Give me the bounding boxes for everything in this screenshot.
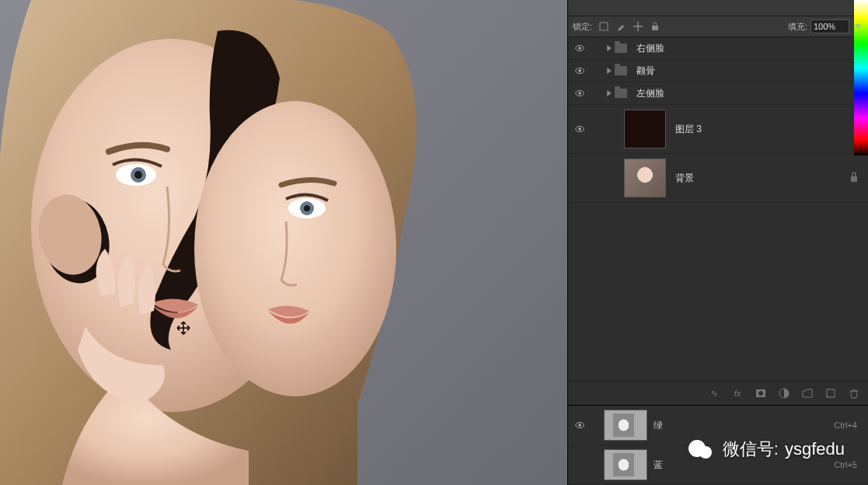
watermark-label: 微信号: (723, 438, 779, 461)
visibility-icon[interactable] (571, 88, 588, 99)
folder-icon (615, 89, 627, 98)
mask-icon[interactable] (755, 387, 767, 400)
lock-icon[interactable] (849, 172, 859, 185)
fill-label: 填充: (788, 21, 807, 33)
svg-rect-20 (851, 176, 857, 182)
svg-point-17 (578, 92, 581, 95)
right-panels: 锁定: 填充: 右侧脸 颧骨 (567, 0, 868, 485)
visibility-icon[interactable] (571, 43, 588, 54)
layers-footer: fx (568, 381, 868, 405)
channel-name: 绿 (654, 419, 663, 432)
lock-position-icon[interactable] (633, 21, 643, 32)
layers-panel: 右侧脸 颧骨 左侧脸 图层 3 背景 (568, 37, 868, 381)
svg-point-19 (578, 127, 581, 131)
channel-name: 蓝 (654, 459, 663, 472)
visibility-icon[interactable] (571, 124, 588, 134)
layer-name: 右侧脸 (636, 42, 664, 55)
visibility-icon[interactable] (571, 420, 588, 431)
watermark: 微信号: ysgfedu (688, 435, 845, 463)
folder-icon (615, 66, 627, 75)
chevron-down-icon[interactable] (852, 21, 863, 32)
wechat-icon (688, 435, 716, 463)
canvas-area[interactable] (0, 0, 567, 485)
svg-point-13 (578, 47, 581, 50)
blend-row (568, 0, 868, 16)
svg-rect-10 (600, 23, 608, 30)
layer-name: 图层 3 (675, 123, 702, 136)
fx-icon[interactable]: fx (731, 387, 744, 400)
layer-name: 颧骨 (636, 65, 655, 78)
canvas-artwork (0, 0, 567, 485)
svg-point-15 (578, 69, 581, 72)
layer-thumbnail[interactable] (624, 159, 666, 197)
trash-icon[interactable] (848, 387, 860, 400)
svg-point-26 (578, 424, 581, 427)
lock-pixels-icon[interactable] (598, 21, 609, 32)
layer-3[interactable]: 图层 3 (568, 105, 868, 154)
layer-background[interactable]: 背景 (568, 154, 868, 203)
link-icon[interactable] (708, 387, 720, 400)
layer-group-right-face[interactable]: 右侧脸 (568, 37, 868, 60)
group-icon[interactable] (801, 387, 814, 400)
adjustment-icon[interactable] (778, 387, 790, 400)
lock-row: 锁定: 填充: (568, 16, 868, 37)
lock-all-icon[interactable] (650, 21, 661, 32)
svg-point-7 (304, 205, 310, 211)
expand-arrow-icon[interactable] (604, 43, 615, 54)
layer-thumbnail[interactable] (624, 110, 666, 148)
expand-arrow-icon[interactable] (604, 88, 615, 99)
svg-rect-11 (652, 26, 658, 30)
channel-shortcut: Ctrl+4 (834, 420, 857, 430)
new-layer-icon[interactable] (824, 387, 837, 400)
layer-group-cheek[interactable]: 颧骨 (568, 60, 868, 82)
svg-point-4 (134, 171, 142, 179)
watermark-id: ysgfedu (785, 439, 845, 459)
svg-point-22 (758, 391, 763, 396)
lock-label: 锁定: (573, 21, 592, 33)
expand-arrow-icon[interactable] (604, 65, 615, 76)
visibility-icon[interactable] (571, 65, 588, 76)
layer-name: 左侧脸 (636, 87, 664, 100)
folder-icon (615, 44, 627, 53)
layer-name: 背景 (675, 172, 694, 185)
fill-input[interactable] (810, 19, 849, 33)
lock-brush-icon[interactable] (615, 21, 626, 32)
channel-thumbnail[interactable] (604, 410, 647, 441)
channel-thumbnail[interactable] (604, 449, 647, 480)
svg-point-1 (194, 101, 396, 396)
layer-group-left-face[interactable]: 左侧脸 (568, 82, 868, 105)
